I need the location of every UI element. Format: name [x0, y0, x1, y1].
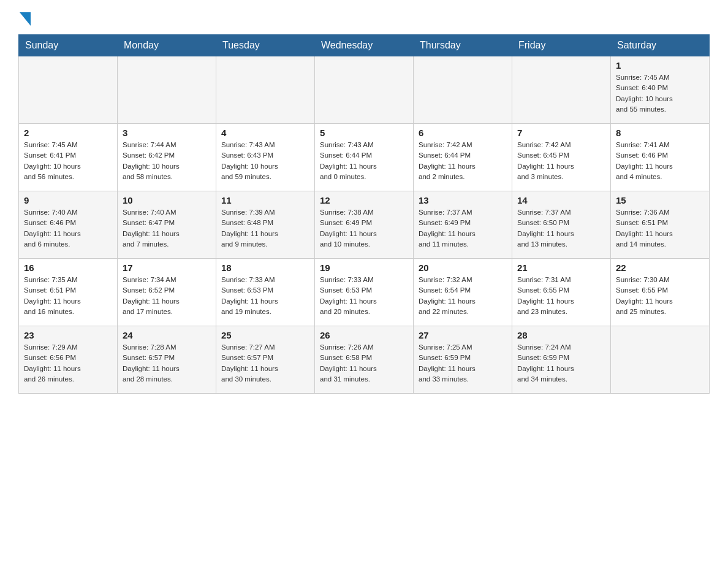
calendar-cell: 2Sunrise: 7:45 AMSunset: 6:41 PMDaylight…: [19, 124, 118, 191]
day-number: 22: [616, 262, 704, 273]
day-info: Sunrise: 7:25 AMSunset: 6:59 PMDaylight:…: [419, 342, 507, 385]
day-number: 14: [517, 195, 605, 205]
day-number: 2: [24, 128, 112, 138]
day-info: Sunrise: 7:27 AMSunset: 6:57 PMDaylight:…: [221, 342, 309, 385]
calendar-cell: 10Sunrise: 7:40 AMSunset: 6:47 PMDayligh…: [118, 191, 216, 259]
day-number: 10: [123, 195, 211, 205]
day-info: Sunrise: 7:26 AMSunset: 6:58 PMDaylight:…: [320, 342, 408, 385]
calendar-cell: 11Sunrise: 7:39 AMSunset: 6:48 PMDayligh…: [216, 191, 315, 259]
day-info: Sunrise: 7:34 AMSunset: 6:52 PMDaylight:…: [123, 275, 211, 317]
calendar-cell: 27Sunrise: 7:25 AMSunset: 6:59 PMDayligh…: [414, 326, 512, 394]
day-number: 25: [221, 330, 309, 340]
day-number: 4: [221, 128, 309, 138]
day-info: Sunrise: 7:41 AMSunset: 6:46 PMDaylight:…: [616, 140, 704, 182]
day-info: Sunrise: 7:40 AMSunset: 6:47 PMDaylight:…: [123, 207, 211, 250]
calendar-week-row: 1Sunrise: 7:45 AMSunset: 6:40 PMDaylight…: [19, 56, 710, 124]
day-number: 16: [24, 262, 112, 273]
day-number: 18: [221, 262, 309, 273]
calendar-cell: 9Sunrise: 7:40 AMSunset: 6:46 PMDaylight…: [19, 191, 118, 259]
calendar-cell: 14Sunrise: 7:37 AMSunset: 6:50 PMDayligh…: [512, 191, 611, 259]
calendar-cell: 13Sunrise: 7:37 AMSunset: 6:49 PMDayligh…: [414, 191, 512, 259]
calendar-cell: [414, 56, 512, 124]
calendar-week-row: 16Sunrise: 7:35 AMSunset: 6:51 PMDayligh…: [19, 259, 710, 326]
day-number: 13: [419, 195, 507, 205]
day-info: Sunrise: 7:43 AMSunset: 6:44 PMDaylight:…: [320, 140, 408, 182]
calendar-cell: 22Sunrise: 7:30 AMSunset: 6:55 PMDayligh…: [611, 259, 710, 326]
day-info: Sunrise: 7:36 AMSunset: 6:51 PMDaylight:…: [616, 207, 704, 250]
day-info: Sunrise: 7:44 AMSunset: 6:42 PMDaylight:…: [123, 140, 211, 182]
day-info: Sunrise: 7:29 AMSunset: 6:56 PMDaylight:…: [24, 342, 112, 385]
calendar-cell: [512, 56, 611, 124]
calendar-cell: 23Sunrise: 7:29 AMSunset: 6:56 PMDayligh…: [19, 326, 118, 394]
day-info: Sunrise: 7:35 AMSunset: 6:51 PMDaylight:…: [24, 275, 112, 317]
calendar-week-row: 9Sunrise: 7:40 AMSunset: 6:46 PMDaylight…: [19, 191, 710, 259]
calendar-cell: 25Sunrise: 7:27 AMSunset: 6:57 PMDayligh…: [216, 326, 315, 394]
day-info: Sunrise: 7:30 AMSunset: 6:55 PMDaylight:…: [616, 275, 704, 317]
calendar-cell: 3Sunrise: 7:44 AMSunset: 6:42 PMDaylight…: [118, 124, 216, 191]
day-number: 9: [24, 195, 112, 205]
day-number: 21: [517, 262, 605, 273]
day-info: Sunrise: 7:28 AMSunset: 6:57 PMDaylight:…: [123, 342, 211, 385]
calendar-cell: 18Sunrise: 7:33 AMSunset: 6:53 PMDayligh…: [216, 259, 315, 326]
calendar-cell: 7Sunrise: 7:42 AMSunset: 6:45 PMDaylight…: [512, 124, 611, 191]
day-number: 5: [320, 128, 408, 138]
weekday-header-saturday: Saturday: [611, 35, 710, 56]
calendar-week-row: 2Sunrise: 7:45 AMSunset: 6:41 PMDaylight…: [19, 124, 710, 191]
day-info: Sunrise: 7:37 AMSunset: 6:49 PMDaylight:…: [419, 207, 507, 250]
calendar-cell: 26Sunrise: 7:26 AMSunset: 6:58 PMDayligh…: [315, 326, 414, 394]
page-header: [18, 12, 710, 28]
weekday-header-row: SundayMondayTuesdayWednesdayThursdayFrid…: [19, 35, 710, 56]
day-number: 28: [517, 330, 605, 340]
day-number: 11: [221, 195, 309, 205]
day-number: 26: [320, 330, 408, 340]
calendar-cell: [315, 56, 414, 124]
calendar-cell: 24Sunrise: 7:28 AMSunset: 6:57 PMDayligh…: [118, 326, 216, 394]
day-number: 3: [123, 128, 211, 138]
day-number: 20: [419, 262, 507, 273]
calendar-cell: [611, 326, 710, 394]
calendar-cell: 16Sunrise: 7:35 AMSunset: 6:51 PMDayligh…: [19, 259, 118, 326]
day-info: Sunrise: 7:43 AMSunset: 6:43 PMDaylight:…: [221, 140, 309, 182]
day-info: Sunrise: 7:38 AMSunset: 6:49 PMDaylight:…: [320, 207, 408, 250]
calendar-cell: 17Sunrise: 7:34 AMSunset: 6:52 PMDayligh…: [118, 259, 216, 326]
calendar-cell: 8Sunrise: 7:41 AMSunset: 6:46 PMDaylight…: [611, 124, 710, 191]
calendar-cell: 1Sunrise: 7:45 AMSunset: 6:40 PMDaylight…: [611, 56, 710, 124]
logo-arrow-icon: [20, 12, 31, 26]
day-info: Sunrise: 7:33 AMSunset: 6:53 PMDaylight:…: [221, 275, 309, 317]
day-number: 7: [517, 128, 605, 138]
calendar-cell: 4Sunrise: 7:43 AMSunset: 6:43 PMDaylight…: [216, 124, 315, 191]
calendar-cell: 21Sunrise: 7:31 AMSunset: 6:55 PMDayligh…: [512, 259, 611, 326]
calendar-cell: [118, 56, 216, 124]
day-number: 27: [419, 330, 507, 340]
calendar-cell: [216, 56, 315, 124]
calendar-cell: 28Sunrise: 7:24 AMSunset: 6:59 PMDayligh…: [512, 326, 611, 394]
calendar-cell: 6Sunrise: 7:42 AMSunset: 6:44 PMDaylight…: [414, 124, 512, 191]
calendar-cell: 5Sunrise: 7:43 AMSunset: 6:44 PMDaylight…: [315, 124, 414, 191]
calendar-table: SundayMondayTuesdayWednesdayThursdayFrid…: [18, 34, 710, 394]
day-number: 6: [419, 128, 507, 138]
day-info: Sunrise: 7:40 AMSunset: 6:46 PMDaylight:…: [24, 207, 112, 250]
day-number: 1: [616, 60, 704, 71]
weekday-header-wednesday: Wednesday: [315, 35, 414, 56]
day-info: Sunrise: 7:24 AMSunset: 6:59 PMDaylight:…: [517, 342, 605, 385]
day-info: Sunrise: 7:32 AMSunset: 6:54 PMDaylight:…: [419, 275, 507, 317]
weekday-header-thursday: Thursday: [414, 35, 512, 56]
day-number: 23: [24, 330, 112, 340]
calendar-cell: 15Sunrise: 7:36 AMSunset: 6:51 PMDayligh…: [611, 191, 710, 259]
weekday-header-monday: Monday: [118, 35, 216, 56]
logo: [18, 12, 31, 28]
day-number: 8: [616, 128, 704, 138]
day-number: 19: [320, 262, 408, 273]
day-info: Sunrise: 7:31 AMSunset: 6:55 PMDaylight:…: [517, 275, 605, 317]
calendar-cell: 20Sunrise: 7:32 AMSunset: 6:54 PMDayligh…: [414, 259, 512, 326]
day-number: 17: [123, 262, 211, 273]
weekday-header-sunday: Sunday: [19, 35, 118, 56]
day-info: Sunrise: 7:39 AMSunset: 6:48 PMDaylight:…: [221, 207, 309, 250]
day-number: 24: [123, 330, 211, 340]
day-number: 15: [616, 195, 704, 205]
weekday-header-friday: Friday: [512, 35, 611, 56]
calendar-cell: 19Sunrise: 7:33 AMSunset: 6:53 PMDayligh…: [315, 259, 414, 326]
calendar-cell: [19, 56, 118, 124]
day-info: Sunrise: 7:45 AMSunset: 6:41 PMDaylight:…: [24, 140, 112, 182]
svg-marker-0: [20, 12, 31, 26]
